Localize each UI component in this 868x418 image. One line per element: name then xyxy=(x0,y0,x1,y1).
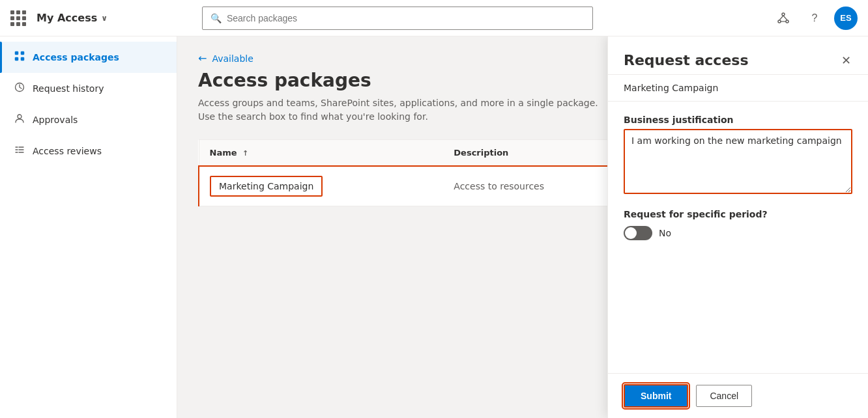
panel-close-button[interactable]: ✕ xyxy=(840,52,852,69)
help-icon-button[interactable]: ? xyxy=(803,7,826,30)
toggle-knob xyxy=(625,227,637,239)
network-icon-button[interactable] xyxy=(772,7,795,30)
approvals-icon xyxy=(13,113,26,126)
svg-rect-8 xyxy=(15,57,18,61)
panel-body: Business justification I am working on t… xyxy=(608,102,868,373)
svg-line-3 xyxy=(779,16,783,20)
package-name: Marketing Campaign xyxy=(210,176,323,197)
person-icon xyxy=(14,113,25,124)
back-arrow-icon: ← xyxy=(198,52,207,64)
list-icon xyxy=(13,145,26,158)
toggle-row: No xyxy=(624,226,852,240)
user-avatar-button[interactable]: ES xyxy=(834,7,858,30)
search-box: 🔍 xyxy=(202,7,593,30)
sidebar-item-access-reviews[interactable]: Access reviews xyxy=(0,135,177,167)
panel-subtitle: Marketing Campaign xyxy=(608,75,868,102)
request-history-icon xyxy=(14,82,25,92)
breadcrumb-label: Available xyxy=(212,53,253,64)
business-justification-label: Business justification xyxy=(624,115,852,125)
submit-button[interactable]: Submit xyxy=(624,384,688,408)
search-input[interactable] xyxy=(227,13,585,23)
svg-point-1 xyxy=(778,20,781,23)
col-header-name[interactable]: Name ↑ xyxy=(199,140,443,167)
svg-point-2 xyxy=(786,20,788,23)
main-content: ← Available Access packages Access group… xyxy=(177,36,868,418)
brand-label: My Access xyxy=(36,12,97,24)
sort-icon: ↑ xyxy=(242,149,248,158)
brand-chevron-icon: ∨ xyxy=(101,14,108,23)
svg-point-11 xyxy=(18,115,22,118)
history-icon xyxy=(13,82,26,95)
sidebar-access-reviews-label: Access reviews xyxy=(33,146,102,156)
page-description: Access groups and teams, SharePoint site… xyxy=(198,96,602,124)
page-layout: Access packages Request history Approval… xyxy=(0,36,868,418)
request-access-panel: Request access ✕ Marketing Campaign Busi… xyxy=(607,36,868,418)
svg-rect-9 xyxy=(21,57,24,61)
specific-period-label: Request for specific period? xyxy=(624,209,852,219)
app-launcher-icon[interactable] xyxy=(10,10,26,26)
sidebar-access-packages-label: Access packages xyxy=(33,52,119,63)
panel-title: Request access xyxy=(624,52,749,68)
sidebar-request-history-label: Request history xyxy=(33,83,104,94)
search-icon: 🔍 xyxy=(210,13,222,23)
network-icon xyxy=(777,12,789,24)
topnav-right-actions: ? ES xyxy=(772,7,858,30)
specific-period-toggle[interactable] xyxy=(624,226,652,240)
svg-rect-6 xyxy=(15,51,18,55)
close-icon: ✕ xyxy=(841,53,851,68)
business-justification-input[interactable]: I am working on the new marketing campai… xyxy=(624,129,852,194)
svg-rect-7 xyxy=(21,51,24,55)
svg-line-4 xyxy=(783,16,787,20)
sidebar-approvals-label: Approvals xyxy=(33,115,78,125)
sidebar-item-access-packages[interactable]: Access packages xyxy=(0,42,177,73)
avatar-initials: ES xyxy=(840,13,851,23)
access-packages-icon xyxy=(14,51,25,61)
business-justification-field: Business justification I am working on t… xyxy=(624,115,852,196)
specific-period-field: Request for specific period? No xyxy=(624,209,852,240)
sidebar-item-approvals[interactable]: Approvals xyxy=(0,104,177,135)
access-reviews-icon xyxy=(14,145,25,155)
svg-point-0 xyxy=(782,13,785,16)
table-cell-name: Marketing Campaign xyxy=(199,166,443,206)
panel-header: Request access ✕ xyxy=(608,36,868,75)
grid-icon xyxy=(13,51,26,64)
sidebar: Access packages Request history Approval… xyxy=(0,36,177,418)
panel-footer: Submit Cancel xyxy=(608,373,868,418)
brand-logo[interactable]: My Access ∨ xyxy=(36,12,108,24)
sidebar-item-request-history[interactable]: Request history xyxy=(0,73,177,104)
top-navigation: My Access ∨ 🔍 ? ES xyxy=(0,0,868,36)
cancel-button[interactable]: Cancel xyxy=(696,385,752,407)
question-mark-icon: ? xyxy=(812,12,818,24)
toggle-value: No xyxy=(659,228,671,238)
